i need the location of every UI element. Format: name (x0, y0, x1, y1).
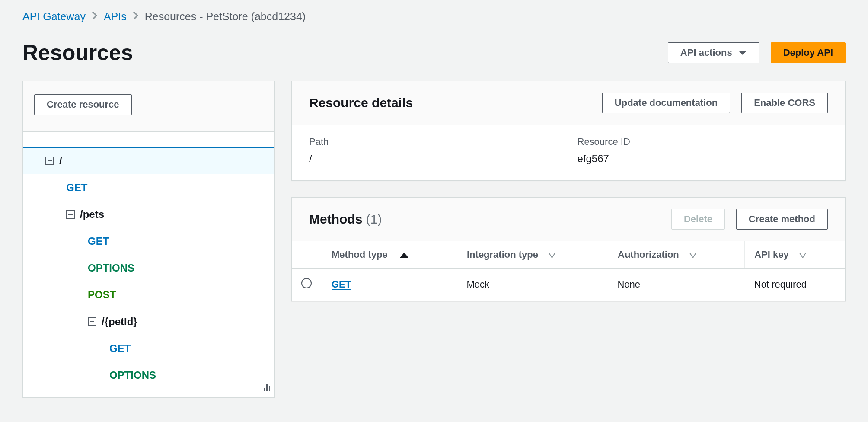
resource-details-title: Resource details (309, 96, 413, 110)
column-label: Method type (332, 249, 388, 260)
chevron-right-icon (92, 10, 98, 23)
page-title: Resources (22, 40, 133, 65)
tree-method-get[interactable]: GET (23, 174, 274, 201)
sort-asc-icon (400, 253, 408, 258)
api-actions-label: API actions (680, 48, 732, 58)
resource-id-value: efg567 (578, 153, 811, 165)
method-link[interactable]: GET (332, 279, 351, 290)
tree-node-label: /pets (80, 208, 104, 221)
authorization-cell: None (608, 269, 745, 301)
sort-icon (689, 252, 696, 258)
tree-node-root[interactable]: / (23, 147, 274, 174)
integration-cell: Mock (457, 269, 608, 301)
deploy-api-button[interactable]: Deploy API (771, 42, 846, 63)
column-method-type[interactable]: Method type (322, 241, 457, 269)
column-label: Integration type (467, 249, 538, 260)
methods-count: (1) (366, 212, 382, 226)
tree-method-get[interactable]: GET (23, 335, 274, 362)
breadcrumb-api-gateway[interactable]: API Gateway (22, 10, 86, 23)
breadcrumb-apis[interactable]: APIs (104, 10, 127, 23)
column-select (292, 241, 322, 269)
tree-node-pets[interactable]: /pets (23, 201, 274, 228)
tree-method-options[interactable]: OPTIONS (23, 255, 274, 281)
methods-title: Methods (1) (309, 212, 382, 227)
update-documentation-button[interactable]: Update documentation (602, 93, 730, 113)
chevron-right-icon (133, 10, 139, 23)
methods-title-text: Methods (309, 212, 362, 226)
column-api-key[interactable]: API key (745, 241, 845, 269)
tree-node-label: /{petId} (102, 316, 137, 328)
collapse-icon[interactable] (45, 157, 54, 165)
sort-icon (549, 252, 555, 258)
path-value: / (309, 153, 542, 165)
collapse-icon[interactable] (88, 317, 96, 326)
delete-method-button: Delete (671, 209, 725, 230)
table-row[interactable]: GET Mock None Not required (292, 269, 845, 301)
resource-details-panel: Resource details Update documentation En… (291, 81, 846, 181)
collapse-icon[interactable] (66, 210, 75, 219)
enable-cors-button[interactable]: Enable CORS (741, 93, 828, 113)
row-radio[interactable] (301, 278, 312, 288)
tree-method-get[interactable]: GET (23, 228, 274, 255)
column-label: Authorization (618, 249, 679, 260)
page-header: Resources API actions Deploy API (22, 27, 846, 81)
resources-sidebar: Create resource / GET /pets GET OPTIONS … (22, 81, 275, 398)
tree-node-label: / (59, 155, 62, 167)
resource-id-label: Resource ID (578, 136, 811, 147)
path-label: Path (309, 136, 542, 147)
sidebar-divider (23, 132, 274, 147)
create-method-button[interactable]: Create method (736, 209, 828, 230)
breadcrumb-current: Resources - PetStore (abcd1234) (145, 10, 306, 23)
column-authorization[interactable]: Authorization (608, 241, 745, 269)
resource-tree: / GET /pets GET OPTIONS POST /{petId} GE… (23, 147, 274, 397)
caret-down-icon (738, 51, 747, 55)
column-label: API key (754, 249, 789, 260)
column-integration-type[interactable]: Integration type (457, 241, 608, 269)
api-key-cell: Not required (745, 269, 845, 301)
methods-table: Method type Integration type Authorizati… (292, 241, 845, 301)
tree-method-post[interactable]: POST (23, 281, 274, 308)
api-actions-button[interactable]: API actions (668, 42, 760, 63)
create-resource-button[interactable]: Create resource (34, 94, 132, 115)
tree-method-options[interactable]: OPTIONS (23, 362, 274, 389)
breadcrumb: API Gateway APIs Resources - PetStore (a… (22, 0, 846, 27)
sort-icon (799, 252, 805, 258)
tree-node-petid[interactable]: /{petId} (23, 308, 274, 335)
resize-handle-icon[interactable] (264, 383, 270, 391)
methods-panel: Methods (1) Delete Create method Method … (291, 197, 846, 301)
